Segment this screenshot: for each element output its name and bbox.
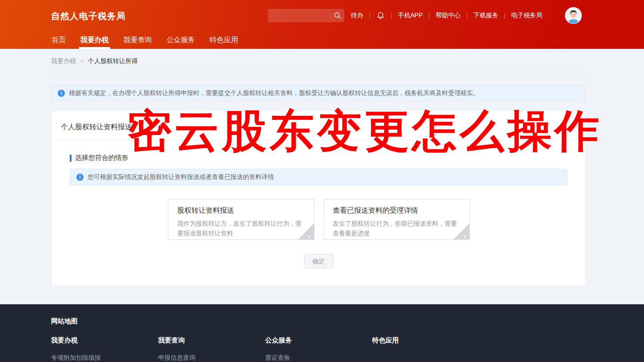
section-heading-label: 选择您符合的情形 <box>75 154 128 162</box>
footer-col-header: 特色应用 <box>372 336 479 345</box>
notification-bell[interactable] <box>376 11 385 20</box>
help-center-link[interactable]: 帮助中心 <box>436 12 461 20</box>
info-icon: ! <box>76 174 83 181</box>
footer-col-header: 我要查询 <box>158 336 265 345</box>
bell-icon <box>376 11 385 20</box>
footer-link-declaration-query[interactable]: 申报信息查询 <box>158 354 265 362</box>
nav-query-label: 我要查询 <box>123 36 152 45</box>
footer-columns: 我要办税 专项附加扣除填报 我要查询 申报信息查询 公众服务 票证查验 特色应用 <box>51 336 479 362</box>
section-accent-bar <box>70 155 72 162</box>
breadcrumb: 我要办税 > 个人股权转让所得 <box>51 57 138 65</box>
panel-divider <box>52 140 585 140</box>
main-panel: 个人股权转让资料报送 选择您符合的情形 ! 您可根据实际情况发起股权转让资料报送… <box>52 111 585 285</box>
nav-featured-apps-label: 特色应用 <box>210 36 238 45</box>
top-notice-banner: ! 根据有关规定，在办理个人股权转让所得申报时，需要提交个人股权转让相关资料，股… <box>51 85 585 101</box>
divider <box>429 13 429 19</box>
inner-notice-banner: ! 您可根据实际情况发起股权转让资料报送或者查看已报送的资料详情 <box>70 169 567 185</box>
divider <box>391 13 392 19</box>
download-service-link[interactable]: 下载服务 <box>473 12 498 20</box>
nav-home[interactable]: 首页 <box>51 31 66 49</box>
header-search[interactable] <box>268 9 344 22</box>
nav-query[interactable]: 我要查询 <box>123 31 152 49</box>
option-card-submit-materials[interactable]: 股权转让资料报送 我作为股权转让方，发生了股权转让行为，需要报送股权转让资料 ✓ <box>168 199 314 240</box>
breadcrumb-separator: > <box>80 58 83 64</box>
footer-col-featured-apps: 特色应用 <box>372 336 479 362</box>
divider <box>370 13 370 19</box>
todo-link[interactable]: 待办 <box>351 12 363 20</box>
header: 自然人电子税务局 待办 手机APP 帮助中心 下载服务 电子税务局 <box>0 0 644 49</box>
nav-featured-apps[interactable]: 特色应用 <box>209 31 239 49</box>
panel-title: 个人股权转让资料报送 <box>52 111 585 140</box>
nav-home-label: 首页 <box>52 36 66 45</box>
checkmark-icon: ✓ <box>463 233 468 239</box>
checkmark-icon: ✓ <box>307 233 313 239</box>
option-title: 股权转让资料报送 <box>177 206 305 215</box>
footer: 网站地图 我要办税 专项附加扣除填报 我要查询 申报信息查询 公众服务 票证查验… <box>0 304 644 362</box>
nav-tax-handling-label: 我要办税 <box>80 36 109 45</box>
mobile-app-link[interactable]: 手机APP <box>398 12 423 20</box>
footer-col-public-service: 公众服务 票证查验 <box>265 336 372 362</box>
main-nav: 首页 我要办税 我要查询 公众服务 特色应用 <box>51 31 239 49</box>
breadcrumb-parent[interactable]: 我要办税 <box>51 57 76 65</box>
site-logo: 自然人电子税务局 <box>51 10 126 22</box>
footer-col-tax-handling: 我要办税 专项附加扣除填报 <box>51 336 158 362</box>
search-input[interactable] <box>268 9 330 22</box>
user-avatar[interactable] <box>565 7 582 24</box>
section-heading: 选择您符合的情形 <box>70 154 128 162</box>
avatar-image <box>565 7 582 24</box>
divider <box>505 13 505 19</box>
nav-public-service-label: 公众服务 <box>167 36 195 45</box>
option-description: 发生了股权转让行为，前期已报送资料，需要查看最新进度 <box>333 219 461 239</box>
footer-link-ticket-verify[interactable]: 票证查验 <box>265 354 372 362</box>
option-title: 查看已报送资料的受理详情 <box>333 206 461 215</box>
footer-col-query: 我要查询 申报信息查询 <box>158 336 265 362</box>
nav-public-service[interactable]: 公众服务 <box>166 31 195 49</box>
search-icon[interactable] <box>334 12 342 20</box>
nav-tax-handling[interactable]: 我要办税 <box>80 31 109 49</box>
top-notice-text: 根据有关规定，在办理个人股权转让所得申报时，需要提交个人股权转让相关资料，股权受… <box>69 89 479 97</box>
option-card-view-progress[interactable]: 查看已报送资料的受理详情 发生了股权转让行为，前期已报送资料，需要查看最新进度 … <box>323 199 470 240</box>
confirm-row: 确定 <box>52 254 585 268</box>
breadcrumb-current: 个人股权转让所得 <box>88 57 138 65</box>
etax-bureau-link[interactable]: 电子税务局 <box>511 12 542 20</box>
footer-col-header: 公众服务 <box>265 336 372 345</box>
info-icon: ! <box>58 90 65 97</box>
breadcrumb-divider <box>51 72 585 72</box>
inner-notice-text: 您可根据实际情况发起股权转让资料报送或者查看已报送的资料详情 <box>87 173 274 181</box>
divider <box>467 13 467 19</box>
sitemap-title: 网站地图 <box>51 317 78 326</box>
footer-col-header: 我要办税 <box>51 336 158 345</box>
option-description: 我作为股权转让方，发生了股权转让行为，需要报送股权转让资料 <box>177 219 305 239</box>
option-cards: 股权转让资料报送 我作为股权转让方，发生了股权转让行为，需要报送股权转让资料 ✓… <box>168 199 470 240</box>
confirm-button[interactable]: 确定 <box>304 254 334 268</box>
footer-link-special-deduction[interactable]: 专项附加扣除填报 <box>51 354 158 362</box>
header-quick-links: 待办 手机APP 帮助中心 下载服务 电子税务局 <box>351 9 542 22</box>
